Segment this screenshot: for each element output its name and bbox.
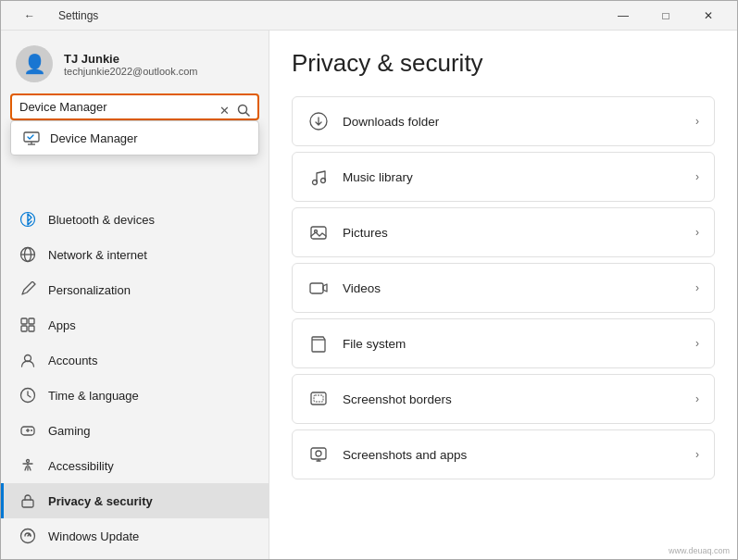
settings-item-screenshotsapps[interactable]: Screenshots and apps ›: [292, 429, 715, 479]
sidebar-item-network[interactable]: Network & internet: [1, 237, 269, 272]
search-icons: ✕: [218, 102, 252, 120]
sidebar-item-accessibility[interactable]: Accessibility: [1, 448, 269, 483]
svg-rect-11: [21, 326, 27, 331]
sidebar-item-label: Accounts: [48, 354, 97, 367]
title-bar-left: ← Settings: [8, 1, 98, 31]
title-bar-title: Settings: [58, 9, 98, 22]
sidebar-item-accounts[interactable]: Accounts: [1, 342, 269, 378]
music-icon: [307, 166, 330, 188]
maximize-button[interactable]: □: [644, 1, 687, 31]
videos-icon: [307, 277, 330, 299]
sidebar-item-label: Apps: [48, 318, 76, 332]
personalization-icon: [19, 280, 37, 299]
chevron-right-icon: ›: [695, 170, 699, 183]
sidebar-item-privacy[interactable]: Privacy & security: [1, 483, 269, 518]
sidebar-item-apps[interactable]: Apps: [1, 307, 269, 342]
sidebar: 👤 TJ Junkie techjunkie2022@outlook.com ✕: [1, 31, 269, 560]
watermark: www.deuaq.com: [669, 546, 730, 555]
sidebar-item-label: Privacy & security: [48, 494, 153, 508]
screenshotsapps-icon: [307, 443, 330, 466]
svg-rect-30: [311, 448, 326, 459]
settings-item-downloads[interactable]: Downloads folder ›: [292, 96, 715, 146]
settings-item-left: Downloads folder: [307, 110, 439, 132]
svg-rect-9: [21, 318, 27, 324]
sidebar-item-label: Windows Update: [48, 529, 139, 543]
settings-item-left: Music library: [307, 166, 413, 188]
bluetooth-icon: [19, 210, 37, 229]
svg-rect-27: [310, 283, 323, 293]
svg-line-1: [246, 112, 250, 116]
chevron-right-icon: ›: [695, 337, 699, 350]
update-icon: [19, 527, 37, 545]
sidebar-item-time[interactable]: Time & language: [1, 378, 269, 413]
time-icon: [19, 386, 37, 404]
main-layout: 👤 TJ Junkie techjunkie2022@outlook.com ✕: [1, 31, 737, 560]
chevron-right-icon: ›: [695, 448, 699, 461]
settings-item-label: File system: [343, 337, 406, 351]
settings-item-screenshotborders[interactable]: Screenshot borders ›: [292, 374, 715, 424]
settings-item-label: Music library: [343, 170, 413, 184]
dropdown-item-label: Device Manager: [50, 131, 138, 145]
chevron-right-icon: ›: [695, 392, 699, 405]
settings-item-left: Videos: [307, 277, 381, 299]
settings-item-filesystem[interactable]: File system ›: [292, 318, 715, 368]
settings-item-videos[interactable]: Videos ›: [292, 263, 715, 313]
svg-rect-12: [29, 326, 34, 331]
title-bar: ← Settings — □ ✕: [1, 1, 737, 31]
sidebar-item-gaming[interactable]: Gaming: [1, 413, 269, 448]
content-area: Privacy & security Downloads folder › Mu…: [269, 31, 737, 560]
settings-item-left: Pictures: [307, 221, 388, 243]
svg-point-19: [27, 460, 30, 463]
settings-item-pictures[interactable]: Pictures ›: [292, 207, 715, 257]
close-button[interactable]: ✕: [687, 1, 730, 31]
nav-list: Bluetooth & devices Network & internet P…: [1, 128, 269, 560]
sidebar-item-label: Network & internet: [48, 248, 147, 262]
svg-rect-29: [314, 395, 323, 402]
downloads-icon: [307, 110, 330, 132]
settings-item-label: Videos: [343, 281, 381, 295]
chevron-right-icon: ›: [695, 226, 699, 239]
settings-item-label: Screenshots and apps: [343, 448, 467, 462]
svg-rect-25: [311, 227, 326, 239]
sidebar-item-label: Gaming: [48, 424, 91, 438]
search-dropdown: Device Manager: [10, 120, 259, 156]
user-name: TJ Junkie: [64, 52, 197, 66]
search-icon: [237, 104, 250, 117]
dropdown-item-device-manager[interactable]: Device Manager: [11, 121, 258, 155]
user-profile[interactable]: 👤 TJ Junkie techjunkie2022@outlook.com: [1, 31, 269, 93]
sidebar-item-update[interactable]: Windows Update: [1, 518, 269, 554]
minimize-button[interactable]: —: [602, 1, 644, 31]
sidebar-item-bluetooth[interactable]: Bluetooth & devices: [1, 202, 269, 237]
accessibility-icon: [19, 456, 37, 475]
device-manager-icon: [23, 130, 40, 146]
settings-item-left: Screenshot borders: [307, 388, 452, 410]
svg-point-31: [316, 451, 321, 456]
settings-item-label: Downloads folder: [343, 115, 439, 129]
settings-list: Downloads folder › Music library › Pictu…: [292, 96, 715, 485]
settings-item-label: Pictures: [343, 226, 388, 240]
search-container: ✕: [1, 93, 269, 128]
settings-item-left: Screenshots and apps: [307, 443, 467, 466]
settings-item-label: Screenshot borders: [343, 392, 452, 406]
settings-item-music[interactable]: Music library ›: [292, 152, 715, 202]
back-button[interactable]: ←: [8, 1, 51, 31]
chevron-right-icon: ›: [695, 281, 699, 294]
sidebar-item-label: Bluetooth & devices: [48, 213, 155, 227]
search-clear-button[interactable]: ✕: [218, 103, 231, 118]
svg-rect-10: [29, 318, 34, 324]
privacy-icon: [19, 492, 37, 510]
user-info: TJ Junkie techjunkie2022@outlook.com: [64, 52, 197, 77]
gaming-icon: [19, 421, 37, 440]
svg-rect-20: [22, 500, 33, 507]
avatar: 👤: [16, 45, 53, 82]
content-title: Privacy & security: [292, 49, 715, 78]
sidebar-item-label: Personalization: [48, 283, 131, 297]
search-submit-button[interactable]: [235, 102, 252, 120]
avatar-icon: 👤: [23, 53, 46, 75]
apps-icon: [19, 316, 37, 334]
filesystem-icon: [307, 332, 330, 355]
pictures-icon: [307, 221, 330, 243]
sidebar-item-personalization[interactable]: Personalization: [1, 272, 269, 307]
network-icon: [19, 245, 37, 264]
chevron-right-icon: ›: [695, 115, 699, 128]
